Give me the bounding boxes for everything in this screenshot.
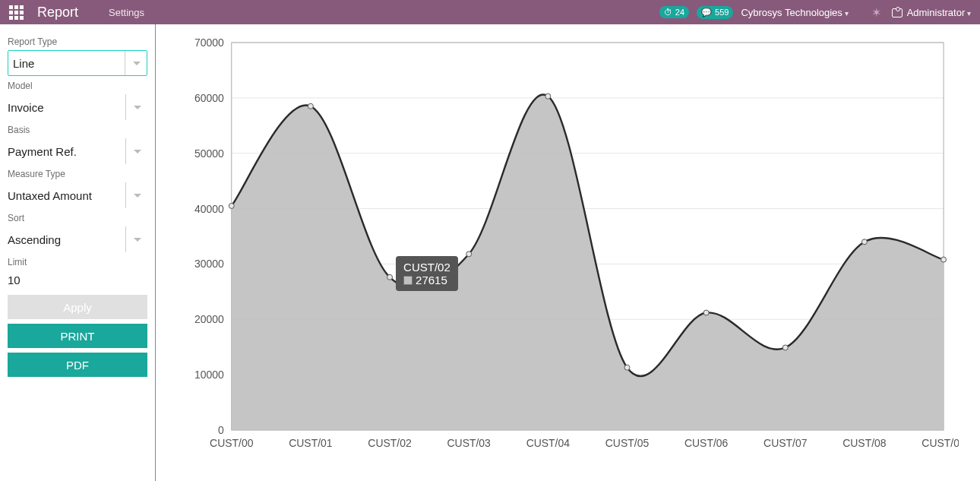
chevron-down-icon xyxy=(134,150,141,153)
limit-label: Limit xyxy=(8,257,147,267)
svg-point-24 xyxy=(782,345,788,350)
svg-text:30000: 30000 xyxy=(194,258,224,270)
svg-point-20 xyxy=(466,252,472,257)
user-menu[interactable]: Administrator xyxy=(892,7,971,18)
menu-settings[interactable]: Settings xyxy=(109,7,144,18)
sort-label: Sort xyxy=(8,213,147,223)
chevron-down-icon xyxy=(134,238,141,242)
svg-text:CUST/01: CUST/01 xyxy=(289,437,333,449)
svg-text:CUST/00: CUST/00 xyxy=(210,437,254,449)
basis-label: Basis xyxy=(8,125,147,135)
messages-badge[interactable]: 559 xyxy=(697,6,733,19)
svg-point-22 xyxy=(624,365,630,370)
svg-text:CUST/06: CUST/06 xyxy=(684,437,729,449)
company-switcher[interactable]: Cybrosys Technologies xyxy=(741,7,848,18)
svg-text:10000: 10000 xyxy=(194,369,224,381)
model-select[interactable]: Invoice xyxy=(8,94,147,120)
report-type-label: Report Type xyxy=(8,36,147,47)
svg-point-21 xyxy=(545,93,551,99)
svg-text:0: 0 xyxy=(218,424,224,436)
camera-icon xyxy=(892,8,903,17)
print-button[interactable]: PRINT xyxy=(8,324,147,348)
svg-text:CUST/09: CUST/09 xyxy=(922,437,959,449)
svg-text:CUST/02: CUST/02 xyxy=(368,437,412,449)
svg-point-26 xyxy=(941,257,947,262)
svg-text:CUST/07: CUST/07 xyxy=(763,437,808,449)
svg-point-17 xyxy=(229,203,234,208)
page-title: Report xyxy=(37,5,78,21)
svg-point-19 xyxy=(387,274,393,280)
activity-badge[interactable]: 24 xyxy=(659,6,689,18)
svg-point-18 xyxy=(308,103,313,109)
model-label: Model xyxy=(8,81,147,91)
debug-icon[interactable]: ✶ xyxy=(871,5,881,20)
svg-text:40000: 40000 xyxy=(194,203,224,215)
svg-point-25 xyxy=(861,239,867,245)
limit-input[interactable] xyxy=(8,271,147,290)
apply-button[interactable]: Apply xyxy=(8,295,147,319)
svg-text:CUST/05: CUST/05 xyxy=(605,437,650,449)
svg-text:CUST/03: CUST/03 xyxy=(447,437,492,449)
svg-text:60000: 60000 xyxy=(194,92,224,104)
svg-text:20000: 20000 xyxy=(194,313,224,325)
chevron-down-icon xyxy=(133,62,141,65)
apps-icon[interactable] xyxy=(9,5,24,20)
chevron-down-icon xyxy=(134,106,141,109)
basis-select[interactable]: Payment Ref. xyxy=(8,138,147,164)
svg-text:50000: 50000 xyxy=(194,147,224,160)
measure-type-select[interactable]: Untaxed Amount xyxy=(8,182,147,208)
svg-text:CUST/04: CUST/04 xyxy=(526,437,571,449)
report-chart[interactable]: 010000200003000040000500006000070000CUST… xyxy=(171,35,959,460)
sort-select[interactable]: Ascending xyxy=(8,226,147,252)
svg-text:70000: 70000 xyxy=(194,36,224,49)
svg-point-23 xyxy=(703,310,709,315)
pdf-button[interactable]: PDF xyxy=(8,353,147,377)
chevron-down-icon xyxy=(134,194,141,198)
svg-text:CUST/08: CUST/08 xyxy=(842,437,887,449)
measure-type-label: Measure Type xyxy=(8,169,147,179)
report-type-select[interactable]: Line xyxy=(8,50,147,76)
